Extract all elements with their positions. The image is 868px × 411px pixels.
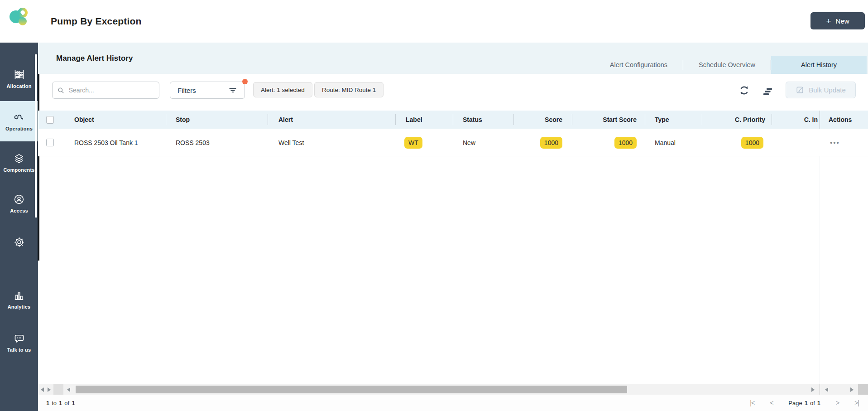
column-divider — [268, 114, 268, 125]
total-pages: 1 — [817, 400, 820, 406]
column-divider — [166, 114, 166, 125]
tab-bar: Alert Configurations Schedule Overview A… — [595, 56, 867, 74]
cell-type: Manual — [655, 129, 700, 156]
start-score-badge: 1000 — [614, 137, 637, 149]
chat-icon — [13, 332, 25, 344]
gear-icon — [13, 236, 25, 248]
column-header-stop[interactable]: Stop — [176, 111, 262, 129]
grid-footer — [38, 395, 868, 411]
sidebar-item-analytics[interactable]: Analytics — [0, 285, 38, 314]
cell-status: New — [463, 129, 508, 156]
cell-score: 1000 — [509, 129, 562, 156]
score-badge: 1000 — [540, 137, 562, 149]
filter-chip-alert[interactable]: Alert: 1 selected — [253, 82, 312, 97]
scroll-left-icon[interactable] — [67, 387, 70, 392]
current-page: 1 — [805, 400, 808, 406]
sidebar-item-label: Analytics — [8, 304, 31, 309]
app-window: Pump By Exception + New Allocation Opera… — [0, 0, 868, 411]
sidebar-item-operations[interactable]: Operations — [0, 101, 38, 141]
tab-schedule-overview[interactable]: Schedule Overview — [683, 56, 771, 74]
column-divider — [772, 114, 772, 125]
prev-page-icon[interactable]: < — [770, 399, 773, 406]
row-checkbox[interactable] — [46, 139, 54, 146]
summary-total: 1 — [72, 400, 75, 406]
scroll-right-icon[interactable] — [850, 387, 854, 392]
cell-actions: ••• — [830, 129, 857, 156]
search-input[interactable] — [69, 87, 154, 94]
cell-stop: ROSS 2503 — [176, 129, 262, 156]
page-scrollbar-thumb[interactable] — [38, 53, 39, 261]
column-header-status[interactable]: Status — [463, 111, 508, 129]
filters-button[interactable]: Filters — [170, 82, 245, 99]
row-actions-menu[interactable]: ••• — [830, 139, 840, 146]
column-header-c-priority[interactable]: C. Priority — [704, 111, 765, 129]
scrollbar-spacer — [53, 384, 63, 395]
select-all-checkbox[interactable] — [46, 116, 54, 124]
sidebar-item-access[interactable]: Access — [0, 189, 38, 218]
horizontal-scrollbar-thumb[interactable] — [76, 386, 627, 393]
abacus-icon — [13, 68, 25, 81]
column-header-label[interactable]: Label — [406, 111, 446, 129]
column-header-score[interactable]: Score — [509, 111, 562, 129]
scroll-left-icon[interactable] — [41, 387, 44, 392]
filter-icon — [228, 86, 237, 95]
summary-to-word: to — [52, 400, 57, 406]
column-divider — [702, 114, 702, 125]
sidebar-item-label: Components — [3, 167, 34, 173]
sidebar-item-label: Allocation — [6, 83, 31, 89]
cell-alert: Well Test — [278, 129, 387, 156]
new-button-label: New — [836, 17, 849, 25]
tab-alert-configurations[interactable]: Alert Configurations — [595, 56, 683, 74]
app-title: Pump By Exception — [51, 0, 142, 43]
page-indicator: Page 1 of 1 — [788, 400, 820, 406]
search-icon — [57, 86, 65, 95]
scroll-right-icon[interactable] — [811, 387, 815, 392]
column-divider — [395, 114, 396, 125]
c-priority-badge: 1000 — [741, 137, 763, 149]
column-divider — [513, 114, 514, 125]
new-button[interactable]: + New — [810, 12, 865, 29]
sidebar-item-allocation[interactable]: Allocation — [0, 63, 38, 94]
summary-from: 1 — [46, 400, 49, 406]
page-word: Page — [788, 400, 802, 406]
column-header-actions[interactable]: Actions — [829, 111, 865, 129]
column-stack-icon[interactable] — [762, 86, 773, 97]
layers-icon — [13, 153, 25, 164]
summary-of-word: of — [64, 400, 69, 406]
page-title: Manage Alert History — [56, 43, 133, 74]
column-header-c-in[interactable]: C. In — [770, 111, 818, 129]
sidebar-item-label: Talk to us — [7, 347, 31, 353]
scroll-right-icon[interactable] — [48, 387, 51, 392]
column-header-type[interactable]: Type — [655, 111, 700, 129]
tab-alert-history[interactable]: Alert History — [771, 56, 867, 74]
last-page-icon[interactable]: >| — [854, 399, 859, 406]
summary-to: 1 — [59, 400, 62, 406]
row-count-summary: 1 to 1 of 1 — [46, 395, 75, 411]
sidebar-item-settings[interactable] — [0, 232, 38, 252]
filter-chip-route[interactable]: Route: MID Route 1 — [314, 82, 384, 97]
column-divider — [572, 114, 572, 125]
cell-start-score: 1000 — [580, 129, 637, 156]
first-page-icon[interactable]: |< — [750, 399, 754, 406]
scroll-left-icon[interactable] — [825, 387, 828, 392]
refresh-icon[interactable] — [738, 84, 750, 97]
search-box — [52, 82, 159, 99]
pagination: |< < Page 1 of 1 > >| — [750, 395, 859, 411]
cell-c-priority: 1000 — [704, 129, 763, 156]
column-header-start-score[interactable]: Start Score — [580, 111, 637, 129]
scrollbar-divider — [820, 384, 820, 395]
next-page-icon[interactable]: > — [836, 399, 839, 406]
sidebar-item-label: Access — [10, 208, 28, 213]
sidebar-scrollbar-track[interactable] — [35, 54, 37, 218]
column-divider — [645, 114, 645, 125]
app-logo-icon — [8, 6, 31, 29]
column-header-alert[interactable]: Alert — [278, 111, 387, 129]
sidebar-item-talk-to-us[interactable]: Talk to us — [0, 328, 38, 356]
bulk-update-button[interactable]: Bulk Update — [786, 82, 856, 98]
column-header-object[interactable]: Object — [74, 111, 160, 129]
edit-icon — [796, 86, 804, 94]
cell-object: ROSS 2503 Oil Tank 1 — [74, 129, 165, 156]
page-of-word: of — [810, 400, 815, 406]
sidebar-item-components[interactable]: Components — [0, 148, 38, 178]
top-bar: Pump By Exception + New — [0, 0, 868, 43]
